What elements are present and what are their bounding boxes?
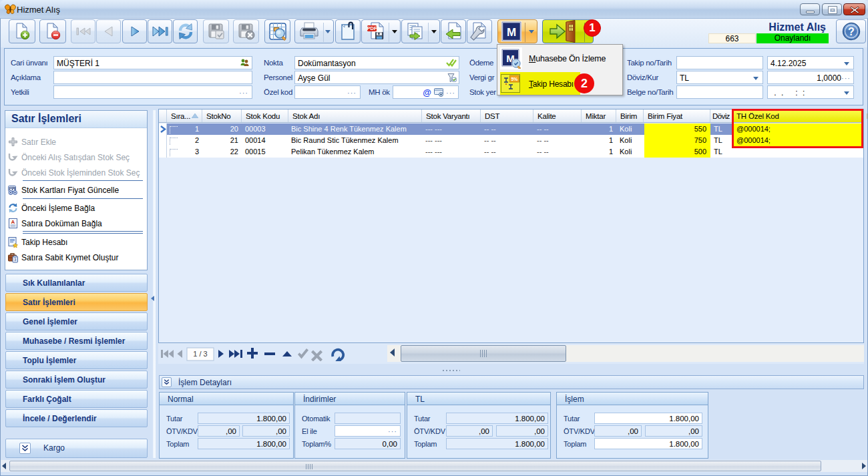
svg-text:PDF: PDF xyxy=(367,25,377,31)
svg-text:A: A xyxy=(11,219,15,225)
svg-text:1 / 3: 1 / 3 xyxy=(193,350,207,358)
svg-text:M: M xyxy=(507,26,516,39)
svg-text:5%: 5% xyxy=(511,77,518,81)
svg-text:?: ? xyxy=(848,26,855,37)
svg-text:3: 3 xyxy=(14,258,16,262)
